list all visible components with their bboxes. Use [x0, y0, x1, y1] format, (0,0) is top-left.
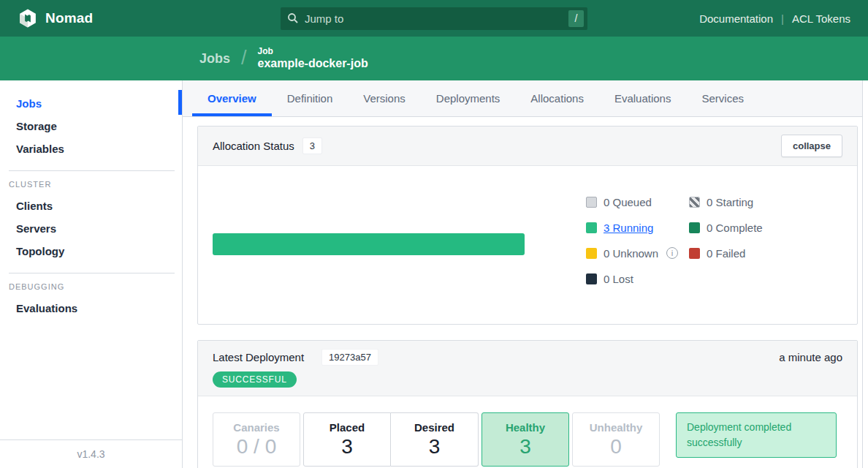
deployment-metrics-row: Canaries 0 / 0 Placed 3 Desired 3 [198, 396, 857, 468]
nomad-home-link[interactable]: Nomad [18, 8, 93, 29]
navbar-link-divider: | [781, 12, 784, 25]
latest-deployment-header: Latest Deployment 19273a57 a minute ago … [198, 341, 857, 396]
metric-canaries-label: Canaries [233, 420, 279, 435]
sidebar-item-jobs[interactable]: Jobs [16, 92, 182, 115]
sidebar-primary-list: Jobs Storage Variables [0, 80, 182, 160]
content-scroll-area: Allocation Status 3 collapse 0 Queued 0 … [183, 117, 868, 468]
brand-name: Nomad [45, 10, 93, 26]
deployment-message: Deployment completed successfully [676, 412, 837, 458]
legend-item-failed: 0 Failed [689, 245, 806, 261]
sidebar-debugging-list: Evaluations [0, 292, 182, 320]
allocation-status-title: Allocation Status [213, 140, 294, 152]
info-icon[interactable]: i [666, 247, 678, 259]
legend-swatch-running [586, 222, 597, 233]
tab-versions[interactable]: Versions [348, 80, 421, 116]
documentation-link[interactable]: Documentation [699, 12, 773, 25]
legend-label-unknown: 0 Unknown [604, 247, 658, 260]
acl-tokens-link[interactable]: ACL Tokens [792, 12, 850, 25]
sidebar-heading-cluster: CLUSTER [9, 180, 182, 189]
legend-label-starting: 0 Starting [707, 196, 753, 208]
deployment-status-badge: SUCCESSFUL [213, 371, 297, 388]
page-title: example-docker-job [258, 57, 368, 70]
top-navbar: Nomad / Documentation | ACL Tokens [0, 0, 868, 37]
legend-swatch-queued [586, 197, 597, 208]
tab-overview[interactable]: Overview [192, 80, 272, 116]
sidebar-item-evaluations[interactable]: Evaluations [16, 297, 182, 320]
tab-allocations[interactable]: Allocations [515, 80, 599, 116]
legend-label-queued: 0 Queued [604, 196, 652, 208]
deployment-id-badge: 19273a57 [321, 349, 378, 366]
metric-desired-label: Desired [414, 420, 454, 435]
scrollbar-gutter[interactable] [862, 80, 868, 468]
sidebar: Jobs Storage Variables CLUSTER Clients S… [0, 80, 183, 468]
tab-evaluations[interactable]: Evaluations [599, 80, 687, 116]
allocation-status-panel: Allocation Status 3 collapse 0 Queued 0 … [197, 126, 858, 325]
allocation-status-header: Allocation Status 3 collapse [198, 127, 857, 166]
allocation-count-badge: 3 [302, 137, 322, 154]
tab-definition[interactable]: Definition [272, 80, 349, 116]
navbar-left: Nomad [18, 8, 281, 29]
legend-item-complete: 0 Complete [689, 219, 806, 235]
allocation-legend: 0 Queued 0 Starting 3 Running 0 Com [586, 194, 806, 287]
navbar-center: / [281, 7, 587, 30]
sidebar-item-storage[interactable]: Storage [16, 115, 182, 137]
legend-label-lost: 0 Lost [604, 273, 633, 285]
tab-deployments[interactable]: Deployments [421, 80, 516, 116]
legend-label-failed: 0 Failed [707, 247, 745, 260]
allocation-status-bar[interactable] [213, 233, 525, 255]
sidebar-item-topology[interactable]: Topology [16, 240, 182, 263]
metric-healthy-label: Healthy [506, 420, 545, 435]
metric-unhealthy-label: Unhealthy [590, 420, 643, 435]
legend-item-starting: 0 Starting [689, 194, 806, 210]
metric-unhealthy-value: 0 [610, 435, 622, 458]
legend-swatch-lost [586, 273, 597, 284]
breadcrumb: Jobs / Job example-docker-job [0, 37, 868, 80]
metric-placed: Placed 3 [303, 412, 391, 467]
metric-healthy-value: 3 [519, 435, 531, 458]
sidebar-item-clients[interactable]: Clients [16, 195, 182, 217]
metric-group-placed-desired: Placed 3 Desired 3 [303, 412, 479, 467]
legend-swatch-unknown [586, 248, 597, 259]
latest-deployment-title: Latest Deployment [213, 351, 304, 363]
metric-healthy: Healthy 3 [481, 412, 569, 467]
metric-canaries-value: 0 / 0 [237, 435, 276, 458]
legend-label-complete: 0 Complete [707, 222, 763, 234]
sidebar-active-indicator [178, 90, 182, 115]
main-content: Overview Definition Versions Deployments… [183, 80, 868, 468]
metric-desired: Desired 3 [391, 412, 479, 467]
metric-unhealthy: Unhealthy 0 [572, 412, 660, 467]
legend-swatch-starting [689, 197, 700, 208]
legend-swatch-complete [689, 222, 700, 233]
jump-to-search[interactable]: / [281, 7, 587, 30]
legend-item-unknown: 0 Unknown i [586, 245, 689, 261]
metric-placed-value: 3 [341, 435, 353, 458]
legend-swatch-failed [689, 248, 700, 259]
allocation-chart-body: 0 Queued 0 Starting 3 Running 0 Com [198, 166, 857, 324]
sidebar-divider [9, 273, 175, 273]
metric-desired-value: 3 [429, 435, 441, 458]
sidebar-item-servers[interactable]: Servers [16, 217, 182, 240]
page-layout: Jobs Storage Variables CLUSTER Clients S… [0, 80, 868, 468]
sidebar-cluster-list: Clients Servers Topology [0, 190, 182, 263]
sidebar-item-variables[interactable]: Variables [16, 137, 182, 160]
latest-deployment-panel: Latest Deployment 19273a57 a minute ago … [197, 340, 858, 468]
metric-placed-label: Placed [330, 420, 365, 435]
running-allocations-link[interactable]: 3 Running [604, 222, 653, 234]
breadcrumb-jobs-link[interactable]: Jobs [199, 51, 230, 67]
sidebar-divider [9, 170, 175, 171]
legend-item-lost: 0 Lost [586, 271, 689, 287]
tab-services[interactable]: Services [686, 80, 759, 116]
job-tabbar: Overview Definition Versions Deployments… [183, 80, 868, 117]
search-input[interactable] [299, 12, 568, 25]
deployment-timestamp: a minute ago [779, 351, 842, 363]
navbar-right: Documentation | ACL Tokens [587, 12, 850, 25]
metric-canaries: Canaries 0 / 0 [213, 412, 300, 467]
breadcrumb-kicker: Job [258, 47, 368, 57]
version-label: v1.4.3 [0, 439, 182, 468]
collapse-button[interactable]: collapse [781, 135, 842, 157]
search-icon [287, 12, 299, 24]
breadcrumb-current-job[interactable]: Job example-docker-job [258, 47, 368, 70]
nomad-logo-icon [18, 8, 38, 29]
breadcrumb-separator: / [241, 47, 247, 69]
legend-item-running: 3 Running [586, 219, 689, 235]
